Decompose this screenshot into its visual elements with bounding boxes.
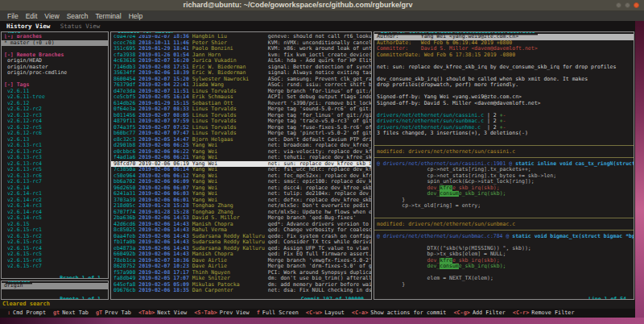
ref-item[interactable]: v2.6.14-rc4 bbox=[2, 210, 108, 216]
ref-item[interactable]: v2.6.14-rc2 bbox=[2, 197, 108, 204]
ref-item[interactable]: v2.6.13-rc1 bbox=[2, 143, 108, 149]
ref-item[interactable]: v2.6.13-rc6 bbox=[2, 173, 108, 180]
commit-row[interactable]: 6707f74 2019-01-28 15:28 Tonghao Zhang n… bbox=[111, 210, 371, 216]
ref-item[interactable]: v2.6.14-rc1 bbox=[2, 191, 108, 197]
ref-item[interactable]: v2.6.14 bbox=[2, 185, 108, 192]
diff-line[interactable]: dev_consume_skb_irq(skb); bbox=[374, 264, 634, 270]
ref-item[interactable]: v2.6.13-rc5 bbox=[2, 167, 108, 173]
ref-item[interactable]: v2.6.12-rc5 bbox=[2, 125, 108, 131]
ref-item[interactable]: v2.6.15-rc1 bbox=[2, 227, 108, 234]
maximize-icon[interactable] bbox=[625, 2, 630, 8]
commit-row[interactable]: 09676cb 2019-02-06 18:35 Dan Carpenter n… bbox=[111, 288, 371, 294]
commit-row[interactable]: e0cbbc6 2019-02-06 06:22 Yang Wei net: v… bbox=[111, 149, 371, 156]
commit-row[interactable]: f57a900 2019-02-08 17:17 Thinh Nguyen PC… bbox=[111, 270, 371, 276]
menu-item-file[interactable]: File bbox=[7, 12, 19, 20]
ref-item[interactable]: v2.6.15 bbox=[2, 222, 108, 228]
ref-item[interactable]: v2.6.15-rc4 bbox=[2, 246, 108, 252]
diff-line[interactable]: 3 files changed, 3 insertions(+), 3 dele… bbox=[374, 131, 634, 137]
commit-row[interactable]: 645efa8 2019-02-05 05:09 Mikulas Patocka… bbox=[111, 282, 371, 289]
commit-row[interactable]: 7c3850a 2019-02-06 06:14 Yang Wei net: f… bbox=[111, 167, 371, 173]
diff-line[interactable]: dev_consume_skb_irq(skb); bbox=[374, 191, 634, 197]
ref-item[interactable]: v2.6.13 bbox=[2, 137, 108, 143]
diff-line[interactable]: Committer: David S. Miller <davem@daveml… bbox=[374, 46, 634, 52]
diff-line[interactable]: @ drivers/net/ethernet/sun/cassini.c:190… bbox=[374, 161, 634, 168]
diff-line[interactable]: elem = NEXT_TX(elem); bbox=[374, 276, 634, 282]
menu-item-view[interactable]: View bbox=[44, 12, 59, 20]
diff-line[interactable]: Signed-off-by: Yang Wei <yang.wei9@zte.c… bbox=[374, 94, 634, 101]
tab-history-view[interactable]: History View bbox=[6, 23, 50, 30]
commit-row[interactable]: d47e3da 2019-02-07 11:51 Linus Torvalds … bbox=[111, 89, 371, 95]
commit-row[interactable]: bb6a702 2019-02-06 06:09 Yang Wei net: s… bbox=[111, 179, 371, 185]
diff-line[interactable]: cp->net_stats[ring].tx_bytes += skb->len… bbox=[374, 173, 634, 180]
diff-line[interactable]: net: sun: replace dev_kfree_skb_irq by d… bbox=[374, 64, 634, 71]
commit-row[interactable]: 8c85025 2019-02-06 14:43 Rahul Verma qed… bbox=[111, 227, 371, 234]
diff-line[interactable]: bp->tx_skbs[elem] = NULL; bbox=[374, 251, 634, 258]
ref-item[interactable]: v2.6.15-rc3 bbox=[2, 239, 108, 246]
ref-item[interactable]: v2.6.13-rc4 bbox=[2, 161, 108, 168]
diff-line[interactable]: dev_consume_skb_irq() should be called w… bbox=[374, 77, 634, 83]
diff-line[interactable]: drivers/net/ethernet/sun/cassini.c | 2 +… bbox=[374, 113, 634, 119]
ref-item[interactable]: v2.6.12-rc3 bbox=[2, 113, 108, 119]
diff-line[interactable]: modified: drivers/net/ethernet/sun/sunbm… bbox=[374, 222, 634, 228]
ref-item[interactable]: v2.6.14-rc5 bbox=[2, 215, 108, 222]
diff-line[interactable]: @ drivers/net/ethernet/sun/sunbmac.c:784… bbox=[374, 234, 634, 240]
commit-row[interactable]: 8628752 2019-02-07 10:23 Dave Airlie Mer… bbox=[111, 264, 371, 270]
ref-item[interactable]: v2.6.13-rc7 bbox=[2, 179, 108, 185]
commit-row[interactable]: 98fcd70 2019-02-06 06:19 Yang Wei net: s… bbox=[111, 161, 371, 168]
commit-row[interactable]: 76379df 2019-02-04 22:41 Jiada Wang ASoC… bbox=[111, 82, 371, 89]
ref-item[interactable]: v2.6.15-rc5 bbox=[2, 251, 108, 258]
commit-row[interactable]: 4879f11 2019-02-07 07:59 Linus Torvalds … bbox=[111, 118, 371, 125]
ref-item[interactable]: v2.6.13-rc3 bbox=[2, 155, 108, 161]
ref-section-header[interactable]: [-] Remote Branches bbox=[2, 52, 108, 59]
commit-row[interactable]: 3703a39 2019-02-06 06:01 Yang Wei net: d… bbox=[111, 197, 371, 204]
ref-item[interactable]: v2.6.11-tree bbox=[2, 94, 108, 101]
ref-item[interactable]: v2.6.15-rc6 bbox=[2, 258, 108, 264]
diff-line[interactable]: modified: drivers/net/ethernet/sun/cassi… bbox=[374, 149, 634, 156]
close-icon[interactable] bbox=[634, 2, 639, 8]
commit-row[interactable]: 35634ff 2019-02-06 18:39 Eric W. Biederm… bbox=[111, 70, 371, 77]
ref-item[interactable]: v2.6.12-rc4 bbox=[2, 118, 108, 125]
commit-row[interactable]: 42d6cd6 2019-02-06 14:43 Manish Chopra q… bbox=[111, 222, 371, 228]
menu-item-search[interactable]: Search bbox=[67, 12, 89, 20]
ref-item[interactable]: v2.6.12 bbox=[2, 101, 108, 107]
commit-row[interactable]: 614db26 2019-01-29 15:15 Sebastian Ott R… bbox=[111, 101, 371, 107]
ref-item[interactable]: v2.6.12-rc2 bbox=[2, 106, 108, 113]
commit-row[interactable]: 660492b 2019-02-06 14:43 Manish Chopra q… bbox=[111, 251, 371, 258]
commit-row[interactable]: eb4873a 2019-02-06 14:43 Sudarsana Reddy… bbox=[111, 246, 371, 252]
commit-row[interactable]: d2901b8 2019-02-06 06:25 Yang Wei net: b… bbox=[111, 143, 371, 149]
ref-item[interactable]: origin/master bbox=[2, 64, 108, 71]
diff-line[interactable]: DTX(("skb(%!p(MISSING)) ", skb)); bbox=[374, 246, 634, 252]
commit-row[interactable]: e8c32c3 2019-02-05 14:47 Bjorn Helgaas n… bbox=[111, 137, 371, 143]
diff-line[interactable]: } bbox=[374, 197, 634, 204]
ref-item[interactable]: origin/proc-cmdline bbox=[2, 70, 108, 77]
ref-item[interactable]: origin/HEAD bbox=[2, 58, 108, 64]
commit-row[interactable]: 96d2650 2019-02-06 06:07 Yang Wei net: d… bbox=[111, 185, 371, 192]
commit-row[interactable]: ecec768 2018-10-11 11:46 Peter Shier KVM… bbox=[111, 40, 371, 47]
menu-item-help[interactable]: Help bbox=[129, 12, 142, 20]
commit-row[interactable]: fa8db49 2019-02-05 17:07 Mike Snitzer dm… bbox=[111, 276, 371, 282]
commit-row[interactable]: 6241a31 2019-02-06 06:03 Yang Wei net: t… bbox=[111, 191, 371, 197]
commit-row[interactable]: 218d05c 2019-01-28 15:28 Tonghao Zhang n… bbox=[111, 203, 371, 210]
commit-row[interactable]: 8600454 2019-02-07 15:20 Sylwester Nawro… bbox=[111, 77, 371, 83]
ref-item[interactable]: v2.6.15-rc7 bbox=[2, 264, 108, 270]
ref-item[interactable]: v2.6.11 bbox=[2, 89, 108, 95]
diff-line[interactable]: dev_kfree_skb_irq(skb); bbox=[374, 258, 634, 264]
diff-line[interactable]: cp->tx_old[ring] = entry; bbox=[374, 203, 634, 210]
diff-line[interactable]: Signed-off-by: David S. Miller <davem@da… bbox=[374, 101, 634, 107]
commit-row[interactable]: fb1fa0b 2019-02-06 14:43 Sudarsana Reddy… bbox=[111, 239, 371, 246]
ref-item[interactable]: v2.6.14-rc3 bbox=[2, 203, 108, 210]
commit-row[interactable]: 4c63616 2019-02-07 16:20 Jurica Vukadin … bbox=[111, 58, 371, 64]
commit-row[interactable]: 7146db3 2019-02-08 17:51 Eric W. Biederm… bbox=[111, 64, 371, 71]
diff-line[interactable]: dev_kfree_skb_irq(skb); bbox=[374, 185, 634, 192]
menu-item-terminal[interactable]: Terminal bbox=[96, 12, 122, 20]
commit-row[interactable]: cfa3938 2019-01-26 01:54 Jann Horn kvm: … bbox=[111, 52, 371, 59]
window-titlebar[interactable]: richard@ubuntu: ~/Code/goworkspace/src/g… bbox=[0, 0, 644, 11]
diff-line[interactable]: } bbox=[374, 282, 634, 289]
minimize-icon[interactable] bbox=[616, 2, 621, 8]
ref-section-header[interactable]: [-] Tags bbox=[2, 82, 108, 89]
diff-line[interactable]: spin_unlock(&cp->stat_lock[ring]); bbox=[374, 179, 634, 185]
commit-row[interactable]: 0f64e3a 2019-02-07 08:33 Linus Torvalds … bbox=[111, 106, 371, 113]
ref-item[interactable]: v2.6.12-rc6 bbox=[2, 131, 108, 137]
ref-item[interactable]: v2.6.13-rc2 bbox=[2, 149, 108, 156]
diff-line[interactable]: cp->net_stats[ring].tx_packets++; bbox=[374, 167, 634, 173]
